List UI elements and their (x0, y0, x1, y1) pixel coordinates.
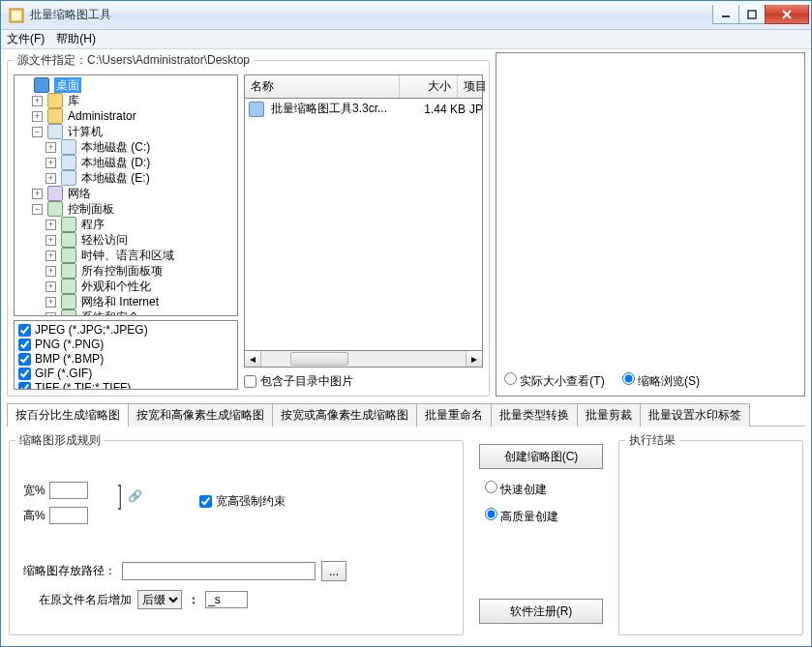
filter-jpeg[interactable]: JPEG (*.JPG;*.JPEG) (18, 323, 233, 338)
tree-clock[interactable]: 时钟、语言和区域 (81, 248, 174, 263)
tree-appearance[interactable]: 外观和个性化 (81, 279, 151, 294)
filelist-row[interactable]: 批量缩略图工具3.3cr... 1.44 KB JPEG (245, 99, 482, 119)
tree-computer[interactable]: 计算机 (68, 124, 103, 139)
tree-security[interactable]: 系统和安全 (81, 309, 139, 316)
rule-group: 缩略图形成规则 宽% 高% ] 🔗 宽高强制约束 缩略图存放路径： ... (9, 432, 464, 635)
computer-icon (47, 124, 63, 139)
link-icon: 🔗 (128, 489, 142, 503)
libraries-icon (47, 93, 63, 108)
tree-drive-e[interactable]: 本地磁盘 (E:) (81, 170, 150, 186)
tab-rename[interactable]: 批量重命名 (416, 403, 492, 426)
scroll-right-button[interactable]: ▸ (466, 351, 482, 367)
all-cp-icon (61, 263, 76, 279)
tab-percent[interactable]: 按百分比生成缩略图 (7, 403, 129, 426)
tree-programs[interactable]: 程序 (81, 217, 105, 232)
quick-create-radio[interactable]: 快速创建 (485, 481, 603, 498)
drive-icon (61, 170, 76, 186)
create-thumbnail-button[interactable]: 创建缩略图(C) (479, 444, 603, 469)
tab-crop[interactable]: 批量剪裁 (577, 403, 641, 426)
menubar: 文件(F) 帮助(H) (1, 30, 811, 49)
filelist-header[interactable]: 名称 大小 项目 (244, 74, 483, 98)
filter-tiff[interactable]: TIFF (*.TIF;*.TIFF) (18, 381, 233, 390)
source-group: 源文件指定：C:\Users\Administrator\Desktop 桌面 … (7, 52, 490, 397)
width-label: 宽% (23, 483, 45, 499)
height-percent-input[interactable] (49, 507, 88, 524)
tree-libraries[interactable]: 库 (68, 93, 79, 108)
suffix-label: 在原文件名后增加 (39, 592, 132, 608)
col-size[interactable]: 大小 (400, 75, 458, 98)
constrain-ratio[interactable]: 宽高强制约束 (199, 493, 286, 510)
tabs: 按百分比生成缩略图 按宽和高像素生成缩略图 按宽或高像素生成缩略图 批量重命名 … (7, 402, 805, 641)
desktop-icon (34, 77, 49, 93)
file-name: 批量缩略图工具3.3cr... (271, 101, 387, 117)
filetype-filters[interactable]: JPEG (*.JPG;*.JPEG) PNG (*.PNG) BMP (*.B… (14, 320, 238, 390)
register-button[interactable]: 软件注册(R) (479, 599, 603, 624)
preview-area (496, 53, 804, 367)
result-legend: 执行结果 (625, 432, 679, 449)
width-percent-input[interactable] (49, 482, 88, 499)
programs-icon (61, 217, 76, 232)
view-actual-size[interactable]: 实际大小查看(T) (504, 372, 605, 390)
tree-ease[interactable]: 轻松访问 (81, 232, 128, 248)
suffix-mode-select[interactable]: 后缀 (137, 590, 182, 609)
rule-legend: 缩略图形成规则 (15, 432, 105, 449)
result-group: 执行结果 (618, 432, 803, 635)
filter-bmp[interactable]: BMP (*.BMP) (18, 352, 233, 367)
network-icon (47, 186, 63, 201)
filelist-scrollbar[interactable]: ◂ ▸ (244, 351, 483, 368)
image-file-icon (249, 102, 264, 117)
tab-by-wh-pixels[interactable]: 按宽和高像素生成缩略图 (128, 403, 273, 426)
suffix-input[interactable] (205, 591, 248, 608)
col-name[interactable]: 名称 (245, 75, 400, 98)
window-buttons (713, 5, 809, 24)
close-button[interactable] (765, 5, 809, 24)
save-path-label: 缩略图存放路径： (23, 563, 116, 579)
window-title: 批量缩略图工具 (30, 7, 111, 23)
app-icon (9, 8, 24, 23)
hq-create-radio[interactable]: 高质量创建 (485, 508, 603, 525)
tab-convert[interactable]: 批量类型转换 (491, 403, 578, 426)
tree-drive-d[interactable]: 本地磁盘 (D:) (81, 155, 150, 170)
include-subdirs[interactable]: 包含子目录中图片 (244, 373, 483, 390)
colon-label: ： (188, 592, 199, 608)
scroll-thumb[interactable] (290, 352, 348, 366)
height-label: 高% (23, 508, 45, 524)
maximize-button[interactable] (738, 5, 766, 24)
clock-icon (61, 248, 76, 263)
folder-tree[interactable]: 桌面 +库 +Administrator −计算机 +本地磁盘 (C:) +本地… (14, 74, 238, 316)
user-icon (47, 108, 63, 124)
actions-column: 创建缩略图(C) 快速创建 高质量创建 软件注册(R) (473, 430, 609, 637)
tree-desktop[interactable]: 桌面 (54, 77, 81, 93)
save-path-input[interactable] (122, 562, 316, 580)
titlebar[interactable]: 批量缩略图工具 (1, 1, 811, 30)
tree-all[interactable]: 所有控制面板项 (81, 263, 163, 279)
menu-help[interactable]: 帮助(H) (56, 31, 96, 47)
scroll-left-button[interactable]: ◂ (245, 351, 261, 367)
tab-by-w-or-h[interactable]: 按宽或高像素生成缩略图 (272, 403, 417, 426)
drive-icon (61, 155, 76, 170)
control-panel-icon (47, 201, 63, 217)
browse-button[interactable]: ... (321, 561, 346, 581)
menu-file[interactable]: 文件(F) (7, 31, 45, 47)
view-thumbnail[interactable]: 缩略浏览(S) (622, 372, 700, 390)
minimize-button[interactable] (712, 5, 739, 24)
filter-gif[interactable]: GIF (*.GIF) (18, 367, 233, 381)
tree-network[interactable]: 网络 (68, 186, 91, 201)
tree-control-panel[interactable]: 控制面板 (68, 201, 114, 217)
net-internet-icon (61, 294, 76, 309)
drive-icon (61, 139, 76, 155)
scroll-track[interactable] (261, 351, 466, 367)
tree-netint[interactable]: 网络和 Internet (81, 294, 159, 309)
source-path: C:\Users\Administrator\Desktop (87, 53, 250, 67)
preview-panel: 实际大小查看(T) 缩略浏览(S) (496, 52, 805, 397)
filelist[interactable]: 批量缩略图工具3.3cr... 1.44 KB JPEG (244, 98, 483, 351)
tree-admin[interactable]: Administrator (68, 108, 136, 124)
tabstrip: 按百分比生成缩略图 按宽和高像素生成缩略图 按宽或高像素生成缩略图 批量重命名 … (7, 402, 805, 426)
tree-drive-c[interactable]: 本地磁盘 (C:) (81, 139, 150, 155)
expand-icon[interactable]: + (32, 96, 43, 106)
file-type: JPEG (469, 103, 483, 116)
tab-watermark[interactable]: 批量设置水印标签 (640, 403, 750, 426)
source-legend: 源文件指定：C:\Users\Administrator\Desktop (14, 52, 254, 69)
filter-png[interactable]: PNG (*.PNG) (18, 338, 233, 352)
bracket-icon: ] (118, 480, 122, 511)
